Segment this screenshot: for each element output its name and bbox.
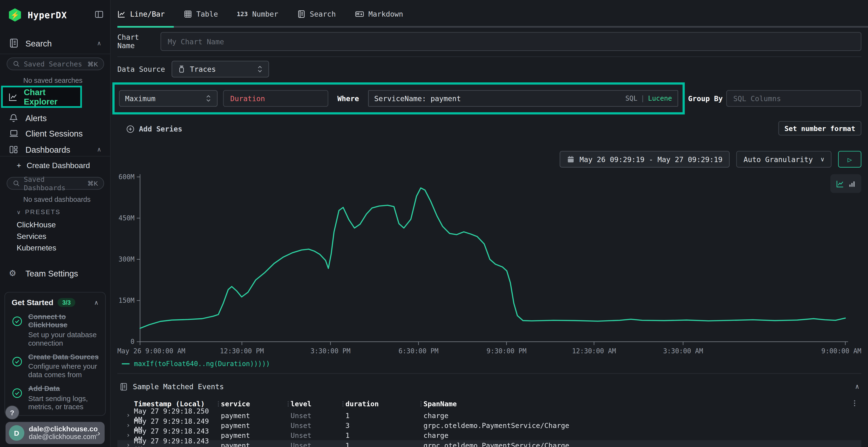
granularity-select[interactable]: Auto Granularity ∨ bbox=[736, 151, 832, 168]
123-icon: 123 bbox=[237, 10, 248, 18]
sql-mode-button[interactable]: SQL bbox=[625, 95, 638, 102]
data-source-row: Data Source Traces bbox=[111, 61, 868, 77]
bar-chart-toggle-icon[interactable] bbox=[849, 180, 856, 187]
chevron-up-icon[interactable]: ∧ bbox=[97, 146, 101, 153]
svg-text:600M: 600M bbox=[119, 173, 134, 181]
chevron-updown-icon bbox=[206, 95, 212, 102]
journal-icon bbox=[297, 10, 305, 18]
series-actions-row: Add Series Set number format bbox=[111, 121, 868, 137]
divider bbox=[117, 373, 862, 374]
tab-search[interactable]: Search bbox=[297, 10, 336, 18]
col-timestamp[interactable]: Timestamp (Local) bbox=[134, 400, 221, 408]
svg-text:May 26 9:00:00 AM: May 26 9:00:00 AM bbox=[117, 347, 185, 355]
saved-searches-input[interactable]: Saved Searches ⌘K bbox=[7, 58, 104, 70]
get-started-card: Get Started 3/3 ∧ Connect to ClickHouse … bbox=[4, 292, 105, 416]
chevron-up-icon[interactable]: ∧ bbox=[855, 383, 859, 390]
table-row[interactable]: › May 27 9:29:18.243 AM payment Unset 1 … bbox=[117, 430, 862, 440]
date-range-picker[interactable]: May 26 09:29:19 - May 27 09:29:19 bbox=[560, 151, 730, 168]
col-duration[interactable]: duration bbox=[345, 400, 424, 408]
run-query-button[interactable]: ▷ bbox=[838, 151, 861, 168]
create-dashboard-button[interactable]: + Create Dashboard bbox=[17, 161, 90, 170]
preset-clickhouse[interactable]: ClickHouse bbox=[17, 220, 56, 229]
add-series-button[interactable]: Add Series bbox=[126, 125, 182, 133]
preset-services[interactable]: Services bbox=[17, 232, 46, 241]
line-chart-icon bbox=[8, 92, 18, 101]
svg-text:9:30:00 PM: 9:30:00 PM bbox=[487, 347, 527, 355]
sidebar-item-label: Search bbox=[26, 38, 52, 48]
table-row[interactable]: › May 27 9:29:18.250 AM payment Unset 1 … bbox=[117, 410, 862, 420]
app-root: ⚡ HyperDX Search ∧ Saved Searches ⌘K No … bbox=[0, 0, 868, 447]
line-chart-toggle-icon[interactable] bbox=[836, 179, 844, 187]
svg-text:3:30:00 PM: 3:30:00 PM bbox=[311, 347, 350, 355]
get-started-title: Get Started bbox=[11, 298, 53, 307]
step-title: Add Data bbox=[28, 384, 95, 393]
annotation-highlight-chart-explorer: Chart Explorer bbox=[1, 86, 82, 108]
svg-text:300M: 300M bbox=[119, 255, 134, 263]
kebab-menu-icon[interactable]: ⋮ bbox=[851, 399, 858, 407]
timeseries-chart[interactable]: 0150M300M450M600MMay 26 9:00:00 AM12:30:… bbox=[117, 171, 862, 358]
help-button[interactable]: ? bbox=[5, 406, 19, 419]
table-row[interactable]: › May 27 9:29:18.249 AM payment Unset 3 … bbox=[117, 420, 862, 430]
sidebar-item-search[interactable]: Search ∧ bbox=[0, 35, 110, 51]
where-label: Where bbox=[334, 94, 362, 102]
gear-icon: ⚙ bbox=[9, 268, 20, 278]
data-source-select[interactable]: Traces bbox=[172, 61, 269, 77]
plus-icon: + bbox=[17, 161, 21, 170]
chevron-updown-icon bbox=[257, 65, 263, 73]
events-table: Timestamp (Local) service level duration… bbox=[117, 398, 862, 447]
table-row[interactable]: › May 27 9:29:18.243 AM payment Unset 1 … bbox=[117, 440, 862, 447]
tab-table[interactable]: Table bbox=[184, 10, 218, 18]
brand-header: ⚡ HyperDX bbox=[9, 8, 104, 22]
lucene-mode-button[interactable]: Lucene bbox=[648, 95, 672, 102]
sidebar-item-client-sessions[interactable]: Client Sessions bbox=[0, 126, 110, 141]
get-started-step[interactable]: Create Data Sources Configure where your… bbox=[11, 353, 98, 379]
where-input[interactable]: ServiceName: payment SQL | Lucene bbox=[368, 90, 678, 107]
svg-text:12:30:00 PM: 12:30:00 PM bbox=[220, 347, 264, 355]
presets-toggle[interactable]: ∨ PRESETS bbox=[17, 209, 61, 215]
get-started-step[interactable]: Add Data Start sending logs, metrics, or… bbox=[11, 384, 98, 411]
col-spanname[interactable]: SpanName bbox=[424, 400, 861, 408]
sidebar-item-team-settings[interactable]: ⚙ Team Settings bbox=[0, 265, 110, 281]
tab-markdown[interactable]: Markdown bbox=[355, 10, 403, 18]
sidebar-item-alerts[interactable]: Alerts bbox=[0, 110, 110, 126]
col-level[interactable]: level bbox=[290, 400, 345, 408]
create-dashboard-label: Create Dashboard bbox=[27, 161, 90, 170]
journal-icon bbox=[9, 38, 20, 48]
group-by-input[interactable] bbox=[726, 90, 861, 107]
sidebar-item-label: Dashboards bbox=[26, 144, 70, 154]
saved-searches-placeholder: Saved Searches bbox=[24, 60, 88, 68]
group-by-label: Group By bbox=[688, 94, 723, 102]
preset-kubernetes[interactable]: Kubernetes bbox=[17, 243, 56, 252]
expand-row-icon[interactable]: › bbox=[126, 411, 134, 419]
chevron-up-icon[interactable]: ∧ bbox=[97, 39, 101, 47]
collapse-sidebar-icon[interactable] bbox=[95, 10, 104, 21]
svg-text:450M: 450M bbox=[119, 214, 134, 222]
get-started-step[interactable]: Connect to ClickHouse Set up your databa… bbox=[11, 312, 98, 347]
expand-row-icon[interactable]: › bbox=[126, 421, 134, 429]
kbd-shortcut: ⌘K bbox=[87, 60, 98, 68]
separator: | bbox=[641, 95, 645, 102]
plus-circle-icon bbox=[126, 125, 134, 133]
expand-row-icon[interactable]: › bbox=[126, 441, 134, 447]
tab-line-bar[interactable]: Line/Bar bbox=[117, 10, 165, 18]
search-icon bbox=[13, 60, 20, 67]
user-menu[interactable]: D dale@clickhouse.com dale@clickhouse.co… bbox=[5, 422, 105, 444]
step-desc: Set up your database connection bbox=[28, 331, 97, 347]
chart-panel: May 26 09:29:19 - May 27 09:29:19 Auto G… bbox=[111, 151, 868, 368]
chevron-up-icon[interactable]: ∧ bbox=[94, 299, 99, 306]
field-input[interactable] bbox=[223, 90, 328, 107]
database-icon bbox=[178, 65, 185, 73]
saved-dashboards-input[interactable]: Saved Dashboards ⌘K bbox=[7, 177, 104, 190]
step-title: Create Data Sources bbox=[28, 353, 101, 361]
set-number-format-button[interactable]: Set number format bbox=[778, 121, 861, 136]
annotation-highlight-series: Maximum Where ServiceName: payment SQL |… bbox=[112, 82, 685, 114]
sidebar-item-chart-explorer[interactable]: Chart Explorer bbox=[3, 88, 80, 106]
no-saved-dashboards-text: No saved dashboards bbox=[23, 196, 90, 204]
chevron-down-icon: ∨ bbox=[17, 209, 21, 215]
chart-name-input[interactable] bbox=[161, 32, 862, 51]
col-service[interactable]: service bbox=[221, 400, 290, 408]
tab-number[interactable]: 123 Number bbox=[237, 10, 278, 18]
expand-row-icon[interactable]: › bbox=[126, 431, 134, 439]
aggregation-select[interactable]: Maximum bbox=[119, 90, 218, 107]
sidebar-item-dashboards[interactable]: Dashboards ∧ bbox=[0, 142, 110, 157]
